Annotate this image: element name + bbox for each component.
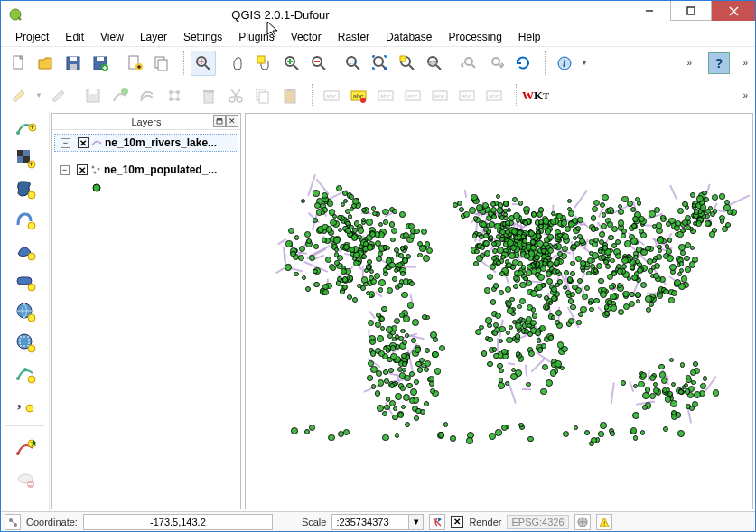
layers-panel-header: Layers ✕	[52, 114, 240, 130]
svg-point-81	[28, 284, 35, 291]
new-project-button[interactable]	[6, 51, 32, 76]
refresh-button[interactable]	[510, 51, 536, 76]
menu-layer[interactable]: Layer	[133, 29, 174, 45]
add-wfs-layer-button[interactable]	[13, 360, 38, 386]
layers-tree[interactable]: − ✕ ne_10m_rivers_lake... − ✕ ne_10m_pop…	[52, 130, 240, 509]
menu-view[interactable]: View	[93, 29, 131, 45]
layer-visibility-checkbox[interactable]: ✕	[77, 164, 88, 175]
menu-vector[interactable]: Vector	[284, 29, 329, 45]
label-abc-5-button[interactable]: abc	[454, 83, 480, 108]
new-composer-button[interactable]	[122, 51, 147, 76]
menu-edit[interactable]: Edit	[58, 29, 91, 45]
scale-input[interactable]	[331, 514, 409, 530]
tree-expand-icon[interactable]: −	[60, 165, 70, 175]
stop-render-button[interactable]	[429, 514, 445, 530]
add-postgis-layer-button[interactable]	[13, 176, 38, 201]
identify-button[interactable]: i	[552, 51, 577, 76]
menubar: Project Edit View Layer Settings Plugins…	[1, 28, 755, 46]
crs-status-button[interactable]	[574, 514, 591, 530]
wkt-button[interactable]: WKT	[523, 83, 548, 108]
layer-item-populated[interactable]: − ✕ ne_10m_populated_...	[54, 161, 238, 179]
menu-help[interactable]: Help	[511, 29, 548, 45]
label-abc-active-button[interactable]: abc	[346, 83, 371, 108]
svg-rect-18	[257, 56, 265, 63]
toolbar-overflow-button[interactable]: »	[686, 58, 692, 68]
maximize-button[interactable]	[670, 1, 712, 21]
toggle-extents-button[interactable]	[5, 514, 21, 530]
label-abc-1-button[interactable]: abc	[319, 83, 344, 108]
label-abc-6-button[interactable]: abc	[481, 83, 507, 108]
add-mssql-layer-button[interactable]	[13, 238, 38, 263]
map-canvas[interactable]	[245, 113, 753, 509]
menu-plugins[interactable]: Plugins	[231, 29, 281, 45]
toolbar2-overflow-button[interactable]: »	[742, 90, 748, 100]
zoom-in-button[interactable]	[279, 51, 304, 76]
identify-dropdown[interactable]: ▼	[579, 59, 590, 67]
svg-point-26	[374, 57, 383, 66]
edit-pencil-button[interactable]	[6, 83, 32, 108]
zoom-native-button[interactable]: 1:1	[341, 51, 366, 76]
new-shapefile-button[interactable]: ★	[13, 435, 38, 461]
zoom-full-button[interactable]	[368, 51, 393, 76]
zoom-to-selection-button[interactable]	[395, 51, 420, 76]
messages-button[interactable]: !	[596, 514, 612, 530]
layer-visibility-checkbox[interactable]: ✕	[78, 137, 89, 148]
add-oracle-layer-button[interactable]	[13, 268, 38, 294]
move-feature-button[interactable]	[135, 83, 160, 108]
svg-line-17	[205, 65, 210, 70]
menu-database[interactable]: Database	[378, 29, 439, 45]
add-vector-layer-button[interactable]: +	[13, 115, 38, 140]
epsg-button[interactable]: EPSG:4326	[507, 515, 568, 529]
menu-processing[interactable]: Processing	[441, 29, 509, 45]
add-feature-button[interactable]	[107, 83, 133, 108]
zoom-last-button[interactable]	[456, 51, 481, 76]
layer-legend-item	[54, 179, 238, 197]
zoom-next-button[interactable]	[483, 51, 509, 76]
menu-raster[interactable]: Raster	[331, 29, 377, 45]
remove-layer-button[interactable]	[13, 466, 38, 491]
edit-pencil-dropdown[interactable]: ▼	[33, 91, 44, 99]
minimize-button[interactable]	[629, 1, 670, 21]
svg-point-77	[28, 191, 35, 199]
add-raster-layer-button[interactable]: +	[13, 145, 38, 171]
help-button[interactable]: ?	[708, 52, 730, 74]
layer-item-rivers[interactable]: − ✕ ne_10m_rivers_lake...	[54, 134, 238, 152]
node-tool-button[interactable]	[162, 83, 187, 108]
pan-hand-button[interactable]	[225, 51, 250, 76]
add-wcs-layer-button[interactable]	[13, 330, 38, 355]
copy-button[interactable]	[250, 83, 275, 108]
pan-to-selection-button[interactable]	[252, 51, 277, 76]
layer-name-label: ne_10m_rivers_lake...	[105, 136, 217, 149]
pan-map-button[interactable]	[191, 51, 216, 76]
save-edits-button[interactable]	[80, 83, 106, 108]
label-abc-3-button[interactable]: abc	[400, 83, 425, 108]
cut-button[interactable]	[223, 83, 248, 108]
zoom-to-layer-button[interactable]	[422, 51, 447, 76]
menu-settings[interactable]: Settings	[176, 29, 229, 45]
composer-manager-button[interactable]	[149, 51, 174, 76]
label-abc-2-button[interactable]: abc	[373, 83, 398, 108]
render-checkbox[interactable]: ✕	[451, 516, 463, 528]
coordinate-input[interactable]	[83, 514, 273, 530]
paste-button[interactable]	[277, 83, 303, 108]
svg-point-89	[28, 376, 35, 383]
delete-selected-button[interactable]	[196, 83, 221, 108]
close-button[interactable]	[712, 1, 755, 21]
toolbar-overflow-button-2[interactable]: »	[742, 58, 748, 68]
label-abc-4-button[interactable]: abc	[427, 83, 453, 108]
toggle-editing-button[interactable]	[46, 83, 71, 108]
save-project-button[interactable]	[61, 51, 86, 76]
layers-panel-undock-button[interactable]	[213, 115, 226, 127]
add-wms-layer-button[interactable]	[13, 299, 38, 324]
tree-collapse-icon[interactable]: −	[61, 138, 70, 148]
zoom-out-button[interactable]	[306, 51, 331, 76]
scale-dropdown-button[interactable]: ▾	[409, 514, 424, 530]
add-spatialite-layer-button[interactable]	[13, 207, 38, 232]
menu-project[interactable]: Project	[8, 29, 56, 45]
layers-panel-close-button[interactable]: ✕	[226, 115, 238, 127]
svg-rect-98	[217, 120, 222, 124]
add-delimited-text-button[interactable]: ,	[13, 391, 38, 416]
svg-text:abc: abc	[434, 93, 445, 99]
save-as-button[interactable]	[88, 51, 113, 76]
open-project-button[interactable]	[33, 51, 59, 76]
